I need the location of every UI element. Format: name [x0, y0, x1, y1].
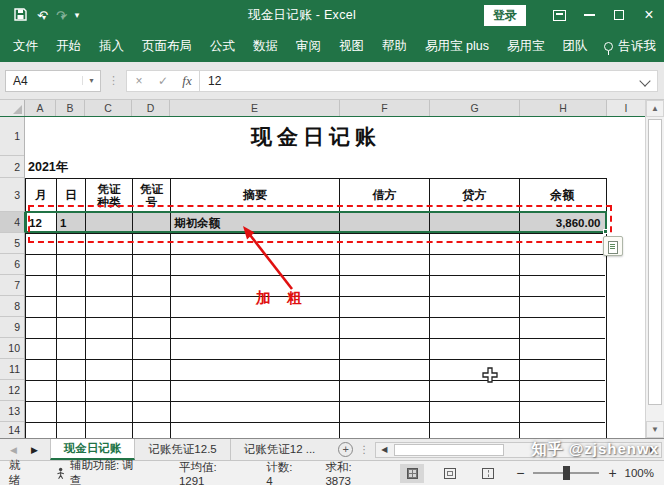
tab-yyb-plus[interactable]: 易用宝 plus — [424, 38, 490, 55]
cell[interactable] — [430, 339, 520, 360]
tab-page-layout[interactable]: 页面布局 — [141, 38, 193, 55]
sheet-nav-right-icon[interactable]: ▶ — [31, 445, 38, 455]
row-header-1[interactable]: 1 — [0, 117, 24, 156]
sheet-tab-active[interactable]: 现金日记账 — [50, 439, 136, 460]
cell[interactable] — [133, 339, 171, 360]
cell[interactable] — [57, 255, 86, 276]
cell[interactable] — [57, 423, 86, 438]
tab-formulas[interactable]: 公式 — [209, 38, 236, 55]
cell[interactable] — [57, 402, 86, 423]
sheet-tab-3[interactable]: 记账凭证12 ... — [231, 439, 329, 460]
cell-g4[interactable] — [430, 213, 520, 234]
column-header-e[interactable]: E — [170, 100, 340, 116]
header-month[interactable]: 月 — [26, 179, 57, 213]
tab-insert[interactable]: 插入 — [98, 38, 125, 55]
zoom-out-button[interactable]: − — [516, 465, 524, 481]
cell[interactable] — [430, 381, 520, 402]
cell[interactable] — [86, 297, 133, 318]
cell[interactable] — [340, 276, 430, 297]
cell[interactable] — [430, 318, 520, 339]
cell[interactable] — [520, 255, 605, 276]
cell[interactable] — [171, 234, 340, 255]
add-sheet-button[interactable]: + — [338, 442, 353, 457]
row-header-5[interactable]: 5 — [0, 233, 24, 254]
cell[interactable] — [520, 297, 605, 318]
tab-team[interactable]: 团队 — [561, 38, 588, 55]
zoom-level[interactable]: 100% — [625, 467, 654, 479]
cell[interactable] — [340, 402, 430, 423]
cell[interactable] — [57, 276, 86, 297]
horizontal-scroll-thumb[interactable] — [394, 444, 504, 456]
tab-data[interactable]: 数据 — [252, 38, 279, 55]
cell[interactable] — [86, 423, 133, 438]
cell[interactable] — [133, 381, 171, 402]
cell[interactable] — [520, 381, 605, 402]
cell-f4[interactable] — [340, 213, 430, 234]
name-box[interactable]: A4 ▾ — [5, 70, 101, 92]
header-day[interactable]: 日 — [57, 179, 86, 213]
maximize-button[interactable] — [604, 0, 634, 30]
column-header-h[interactable]: H — [520, 100, 607, 116]
row-header-3[interactable]: 3 — [0, 178, 24, 212]
paste-options-icon[interactable] — [603, 236, 623, 256]
cell-c4[interactable] — [86, 213, 133, 234]
select-all-corner[interactable] — [0, 100, 25, 116]
qat-customize-icon[interactable]: ▾ — [75, 11, 80, 20]
header-summary[interactable]: 摘要 — [171, 179, 340, 213]
cell[interactable] — [133, 402, 171, 423]
cell[interactable] — [26, 318, 57, 339]
year-cell[interactable]: 2021年 — [25, 156, 607, 178]
cell[interactable] — [520, 234, 605, 255]
close-button[interactable]: × — [634, 0, 664, 30]
cell[interactable] — [26, 234, 57, 255]
cell[interactable] — [171, 255, 340, 276]
row-header-13[interactable]: 13 — [0, 401, 24, 422]
cell[interactable] — [430, 423, 520, 438]
cell-d4[interactable] — [133, 213, 171, 234]
cell[interactable] — [171, 423, 340, 438]
cell[interactable] — [430, 402, 520, 423]
sheet-title-cell[interactable]: 现金日记账 — [25, 117, 607, 156]
cell[interactable] — [520, 360, 605, 381]
cell[interactable] — [86, 234, 133, 255]
sheet-nav-left-icon[interactable]: ◀ — [10, 445, 17, 455]
header-voucher-type[interactable]: 凭证 种类 — [86, 179, 133, 213]
cell-h4[interactable]: 3,860.00 — [520, 213, 605, 234]
cell[interactable] — [520, 276, 605, 297]
cell[interactable] — [171, 339, 340, 360]
cell[interactable] — [430, 276, 520, 297]
cell[interactable] — [171, 318, 340, 339]
column-header-i[interactable]: I — [607, 100, 645, 116]
cell[interactable] — [133, 318, 171, 339]
cell[interactable] — [340, 255, 430, 276]
zoom-slider-thumb[interactable] — [563, 466, 570, 480]
column-header-f[interactable]: F — [340, 100, 430, 116]
cell[interactable] — [86, 255, 133, 276]
cell[interactable] — [133, 255, 171, 276]
header-voucher-no[interactable]: 凭证 号 — [133, 179, 171, 213]
cell[interactable] — [57, 318, 86, 339]
cell[interactable] — [430, 360, 520, 381]
cell[interactable] — [340, 339, 430, 360]
tab-review[interactable]: 审阅 — [295, 38, 322, 55]
name-box-dropdown-icon[interactable]: ▾ — [82, 76, 100, 85]
header-credit[interactable]: 贷方 — [430, 179, 520, 213]
column-header-c[interactable]: C — [85, 100, 132, 116]
save-icon[interactable] — [14, 8, 27, 23]
tab-home[interactable]: 开始 — [55, 38, 82, 55]
row-header-7[interactable]: 7 — [0, 275, 24, 296]
cell[interactable] — [430, 234, 520, 255]
scroll-down-icon[interactable]: ▼ — [646, 421, 664, 438]
cell[interactable] — [340, 297, 430, 318]
column-header-g[interactable]: G — [430, 100, 520, 116]
enter-icon[interactable]: ✓ — [151, 74, 175, 88]
view-page-break-button[interactable] — [476, 464, 500, 483]
hscroll-right-icon[interactable]: ▶ — [645, 443, 661, 457]
hscroll-left-icon[interactable]: ◀ — [376, 443, 392, 457]
cell[interactable] — [57, 234, 86, 255]
column-header-b[interactable]: B — [56, 100, 85, 116]
cell[interactable] — [26, 297, 57, 318]
accessibility-status[interactable]: 辅助功能: 调查 — [55, 458, 141, 485]
cell[interactable] — [430, 255, 520, 276]
cell[interactable] — [86, 360, 133, 381]
